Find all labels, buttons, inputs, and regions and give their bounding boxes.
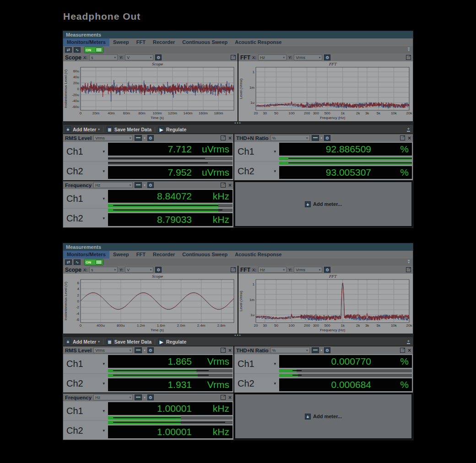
add-meter-placeholder[interactable]: + Add meter...: [235, 394, 412, 439]
add-meter-button[interactable]: + Add Meter ▾: [65, 126, 100, 132]
window-titlebar[interactable]: Measurements: [63, 31, 413, 38]
save-meter-data-button[interactable]: ≣ Save Meter Data: [107, 126, 151, 132]
channel-selector[interactable]: Ch2 ▾: [63, 420, 108, 440]
dock-meters-icon[interactable]: +: [407, 339, 410, 344]
meter-unit-select[interactable]: % ▾: [270, 135, 310, 141]
splitter-handle[interactable]: •••: [63, 334, 413, 337]
tab-continuous-sweep[interactable]: Continuous Sweep: [178, 251, 231, 258]
add-meter-button[interactable]: + Add Meter ▾: [65, 339, 100, 345]
regulate-button[interactable]: ▶ Regulate: [158, 126, 186, 132]
generator-on-toggle[interactable]: ON: [84, 47, 103, 53]
close-icon[interactable]: ×: [228, 395, 232, 400]
save-meter-data-button[interactable]: ≣ Save Meter Data: [107, 339, 151, 345]
channel-label: Ch2: [66, 166, 83, 176]
tab-sweep[interactable]: Sweep: [109, 38, 133, 46]
tab-recorder[interactable]: Recorder: [149, 38, 178, 46]
gear-icon[interactable]: ⚙: [155, 54, 162, 60]
io-routing-icon[interactable]: ⇄: [65, 47, 72, 53]
gear-icon[interactable]: ⚙: [147, 347, 154, 353]
channel-selector[interactable]: Ch1 ▾: [63, 189, 108, 208]
gear-icon[interactable]: ⚙: [324, 267, 330, 273]
expand-panel-icon[interactable]: [221, 395, 226, 400]
gear-icon[interactable]: ⚙: [324, 54, 330, 60]
add-meter-placeholder-label: Add meter...: [313, 414, 342, 419]
meter-unit-select[interactable]: Hz ▾: [93, 182, 133, 188]
scope-y-unit-select[interactable]: V ▾: [125, 267, 153, 273]
add-meter-placeholder[interactable]: + Add meter...: [235, 182, 412, 226]
plus-icon: +: [305, 201, 311, 207]
generator-waveform-icon[interactable]: ∿: [74, 47, 81, 53]
meter-unit-value: %: [272, 136, 305, 140]
close-icon[interactable]: ×: [228, 136, 232, 140]
tab-fft[interactable]: FFT: [133, 251, 149, 258]
meter-style-icon[interactable]: [135, 135, 142, 141]
expand-panel-icon[interactable]: [231, 267, 236, 272]
regulate-button[interactable]: ▶ Regulate: [158, 339, 186, 345]
tab-sweep[interactable]: Sweep: [109, 251, 133, 258]
fft-x-unit-select[interactable]: Hz ▾: [258, 267, 287, 273]
meter-style-icon[interactable]: [312, 135, 319, 141]
tab-fft[interactable]: FFT: [133, 38, 149, 46]
meter-unit-select[interactable]: Vrms ▾: [93, 347, 133, 353]
channel-selector[interactable]: Ch1 ▾: [234, 142, 279, 161]
fft-y-unit-select[interactable]: Vrms ▾: [294, 267, 322, 273]
expand-panel-icon[interactable]: [221, 183, 226, 188]
channel-label: Ch1: [238, 359, 254, 369]
svg-text:60m: 60m: [123, 111, 130, 115]
scope-x-unit-select[interactable]: s ▾: [89, 267, 118, 273]
expand-panel-icon[interactable]: [406, 267, 411, 272]
channel-selector[interactable]: Ch2 ▾: [234, 161, 279, 180]
meter-unit-select[interactable]: % ▾: [270, 347, 310, 353]
generator-waveform-icon[interactable]: ∿: [74, 259, 81, 265]
channel-selector[interactable]: Ch2 ▾: [234, 373, 279, 393]
meter-unit-select[interactable]: Hz ▾: [93, 394, 133, 400]
close-icon[interactable]: ×: [408, 136, 411, 140]
scope-y-unit-select[interactable]: V ▾: [125, 54, 153, 60]
tab-continuous-sweep[interactable]: Continuous Sweep: [178, 38, 231, 46]
meter-style-icon[interactable]: [135, 394, 142, 400]
pin-panel-icon[interactable]: ▾: [408, 260, 410, 264]
expand-panel-icon[interactable]: [221, 135, 226, 140]
scope-x-unit-select[interactable]: s ▾: [89, 54, 118, 60]
tab-monitors-meters[interactable]: Monitors/Meters: [63, 251, 109, 258]
gear-icon[interactable]: ⚙: [324, 135, 330, 141]
channel-selector[interactable]: Ch1 ▾: [63, 354, 108, 373]
close-icon[interactable]: ×: [228, 183, 232, 188]
io-routing-icon[interactable]: ⇄: [65, 259, 72, 265]
meter-style-icon[interactable]: [135, 347, 142, 353]
tab-recorder[interactable]: Recorder: [149, 251, 178, 258]
gear-icon[interactable]: ⚙: [147, 135, 154, 141]
fft-y-unit-select[interactable]: Vrms ▾: [294, 54, 322, 60]
meter-style-icon[interactable]: [135, 182, 142, 188]
generator-on-toggle[interactable]: ON: [84, 259, 103, 265]
gear-icon[interactable]: ⚙: [155, 267, 162, 273]
expand-panel-icon[interactable]: [406, 55, 411, 60]
channel-selector[interactable]: Ch2 ▾: [63, 161, 108, 180]
expand-panel-icon[interactable]: [221, 348, 226, 353]
dock-meters-icon[interactable]: +: [407, 127, 410, 132]
channel-selector[interactable]: Ch1 ▾: [63, 401, 108, 420]
expand-panel-icon[interactable]: [400, 135, 405, 140]
splitter-handle[interactable]: •••: [63, 121, 413, 125]
chevron-down-icon: ▾: [274, 381, 276, 386]
fft-x-unit-select[interactable]: Hz ▾: [258, 54, 287, 60]
channel-selector[interactable]: Ch1 ▾: [63, 142, 108, 161]
pin-panel-icon[interactable]: ▾: [408, 48, 410, 52]
channel-selector[interactable]: Ch1 ▾: [234, 354, 279, 373]
channel-selector[interactable]: Ch2 ▾: [63, 373, 108, 393]
gear-icon[interactable]: ⚙: [147, 182, 154, 188]
meter-style-icon[interactable]: [312, 347, 319, 353]
expand-panel-icon[interactable]: [231, 55, 236, 60]
tab-monitors-meters[interactable]: Monitors/Meters: [63, 38, 109, 46]
expand-panel-icon[interactable]: [400, 348, 405, 353]
channel-selector[interactable]: Ch2 ▾: [63, 208, 108, 227]
close-icon[interactable]: ×: [408, 348, 411, 353]
gear-icon[interactable]: ⚙: [324, 347, 330, 353]
meter-value-display: 7.952 uVrms: [108, 166, 233, 179]
close-icon[interactable]: ×: [228, 348, 232, 353]
tab-acoustic-response[interactable]: Acoustic Response: [231, 38, 285, 46]
window-titlebar[interactable]: Measurements: [63, 243, 413, 251]
tab-acoustic-response[interactable]: Acoustic Response: [231, 251, 285, 258]
gear-icon[interactable]: ⚙: [147, 394, 154, 400]
meter-unit-select[interactable]: Vrms ▾: [93, 135, 133, 141]
